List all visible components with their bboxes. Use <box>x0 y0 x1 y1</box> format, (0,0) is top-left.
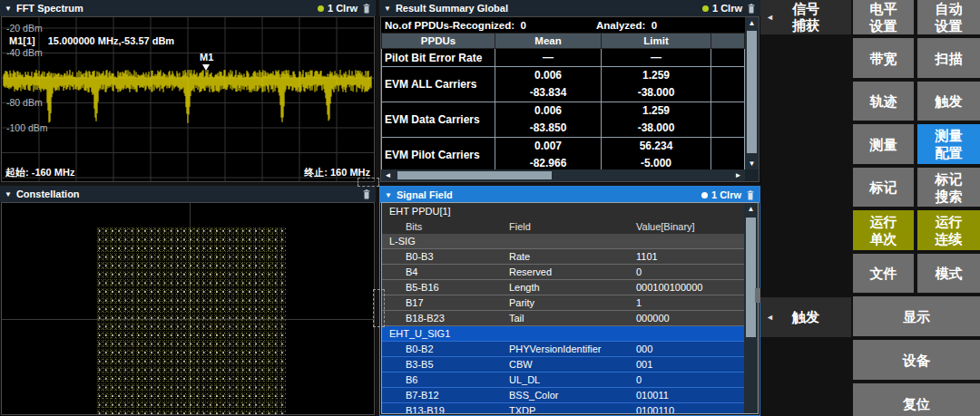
signal-field-column-header: Bits Field Value[Binary] <box>382 218 744 234</box>
signal-field-header[interactable]: ▼ Signal Field 1 Clrw <box>380 187 760 203</box>
bits-cell: B13-B19 <box>382 405 509 413</box>
result-row: EVM Data Carriers0.006-83.8501.259-38.00… <box>382 102 745 138</box>
bits-cell: B0-B3 <box>382 251 509 262</box>
signal-field-row[interactable]: B7-B12BSS_Color010011 <box>382 388 744 403</box>
scroll-right-icon[interactable]: ► <box>731 169 745 181</box>
softkey-button[interactable]: 轨迹 <box>853 82 914 121</box>
col-mean: Mean <box>495 34 602 49</box>
signal-field-row[interactable]: B18-B23Tail000000 <box>382 311 744 326</box>
value-cell: 000100100000 <box>636 282 744 293</box>
result-pad-cell <box>711 49 745 67</box>
signal-field-row[interactable]: B5-B16Length000100100000 <box>382 280 744 295</box>
softkey-button[interactable]: 扫描 <box>917 38 980 78</box>
signal-field-row[interactable]: B3-B5CBW001 <box>382 357 744 372</box>
col-limit: Limit <box>602 34 711 49</box>
trace-indicator[interactable]: 1 Clrw <box>318 3 358 14</box>
result-value-cell: 0.006-83.850 <box>495 102 602 138</box>
col-ppdus: PPDUs <box>382 34 495 49</box>
trace-indicator[interactable]: 1 Clrw <box>701 189 741 200</box>
signal-section-row[interactable]: EHT_U_SIG1 <box>382 326 744 342</box>
result-row: Pilot Bit Error Rate—— <box>382 49 745 67</box>
softkey-button[interactable]: 显示 <box>853 296 980 336</box>
collapse-caret-icon[interactable]: ▼ <box>5 190 12 198</box>
result-value-cell: 1.259-38.000 <box>602 102 711 138</box>
trash-icon[interactable] <box>362 189 371 200</box>
softkey-button[interactable]: 带宽 <box>853 38 914 78</box>
softkey-button[interactable]: 标记 搜索 <box>917 168 980 207</box>
trace-dot-icon <box>702 5 709 12</box>
result-value-cell: 0.007-82.966 <box>495 138 602 173</box>
vertical-scrollbar[interactable]: ▲ ▼ <box>745 17 759 169</box>
signal-field-row[interactable]: B17Parity1 <box>382 295 744 311</box>
signal-field-row[interactable]: B6UL_DL0 <box>382 372 744 388</box>
fft-panel-header[interactable]: ▼ FFT Spectrum 1 Clrw <box>0 0 376 16</box>
signal-field-row[interactable]: B0-B3Rate1101 <box>382 249 744 265</box>
collapse-caret-icon[interactable]: ▼ <box>385 191 392 199</box>
softkey-button[interactable]: 运行 单次 <box>853 210 914 250</box>
window-splitter-handle[interactable] <box>373 289 385 327</box>
softkey-button[interactable]: 电平 设置 <box>853 0 914 34</box>
field-cell: UL_DL <box>509 374 636 385</box>
softkey-button[interactable]: 设备 <box>853 340 980 380</box>
scroll-left-icon[interactable]: ◄ <box>381 169 395 181</box>
y-axis-tick: -80 dBm <box>6 97 43 108</box>
marker-trace-label: M1[1] <box>9 35 35 46</box>
result-row: EVM ALL Carriers0.006-83.8341.259-38.000 <box>382 67 745 102</box>
softkey-button[interactable]: 测量 配置 <box>917 124 980 164</box>
softkey-button[interactable]: 模式 <box>917 254 980 293</box>
bits-cell: B18-B23 <box>382 313 509 324</box>
menu-group-label: 触发 <box>792 309 819 325</box>
scroll-up-icon[interactable]: ▲ <box>744 203 758 215</box>
value-cell: 000000 <box>636 313 744 324</box>
trace-label: 1 Clrw <box>711 189 741 200</box>
bits-cell: B17 <box>382 297 509 308</box>
window-splitter-handle[interactable] <box>358 178 379 187</box>
bits-cell: B7-B12 <box>382 390 509 401</box>
trace-indicator[interactable]: 1 Clrw <box>702 3 742 14</box>
result-summary-header[interactable]: ▼ Result Summary Global 1 Clrw <box>379 0 760 16</box>
signal-field-row[interactable]: B4Reserved0 <box>382 265 744 280</box>
softkey-menu: ◄ 信号 捕获 ◄ 触发 电平 设置自动 设置带宽扫描轨迹触发测量测量 配置标记… <box>760 0 980 416</box>
softkey-button[interactable]: 测量 <box>853 124 914 164</box>
result-summary-table: PPDUs Mean Limit Pilot Bit Error Rate——E… <box>381 33 745 173</box>
signal-section-row[interactable]: L-SIG <box>382 234 744 249</box>
col-extra <box>711 34 745 49</box>
value-cell: 001 <box>636 359 744 370</box>
scroll-up-icon[interactable]: ▲ <box>745 17 759 29</box>
result-value-cell: — <box>602 49 711 67</box>
constellation-panel-header[interactable]: ▼ Constellation <box>0 186 376 202</box>
signal-field-row[interactable]: B0-B2PHYVersionIdentifier000 <box>382 342 744 357</box>
trash-icon[interactable] <box>746 189 755 201</box>
result-value-cell: 56.234-5.000 <box>602 138 711 173</box>
softkey-button[interactable]: 文件 <box>853 254 914 293</box>
value-cell: 0100110 <box>636 405 744 413</box>
softkey-button[interactable]: 自动 设置 <box>917 0 980 34</box>
trash-icon[interactable] <box>747 3 756 15</box>
analyzed-label: Analyzed: <box>596 20 645 31</box>
value-cell: 1101 <box>636 251 744 262</box>
collapse-caret-icon[interactable]: ▼ <box>5 5 12 13</box>
softkey-button[interactable]: 标记 <box>853 168 914 207</box>
result-pad-cell <box>711 67 745 102</box>
scrollbar-thumb[interactable] <box>746 218 756 337</box>
signal-field-row[interactable]: B13-B19TXDP0100110 <box>382 403 744 413</box>
bits-cell: B3-B5 <box>382 359 509 370</box>
collapse-caret-icon[interactable]: ▼ <box>384 5 391 13</box>
marker-m1-icon[interactable] <box>202 64 210 71</box>
softkey-button[interactable]: 运行 连续 <box>917 210 980 250</box>
vertical-scrollbar[interactable]: ▲ <box>744 203 758 413</box>
result-summary-body: No.of PPDUs-Recognized: 0 Analyzed: 0 PP… <box>380 16 760 182</box>
horizontal-scrollbar[interactable]: ◄ ► <box>381 169 745 181</box>
scroll-down-icon[interactable]: ▼ <box>745 158 759 169</box>
softkey-button[interactable]: 触发 <box>917 82 980 121</box>
softkey-button[interactable]: 复位 <box>853 383 980 416</box>
value-cell: 1 <box>636 297 744 308</box>
trash-icon[interactable] <box>362 3 371 15</box>
scrollbar-thumb[interactable] <box>747 31 757 153</box>
bits-cell: B5-B16 <box>382 282 509 293</box>
menu-group-signal-capture[interactable]: ◄ 信号 捕获 <box>760 0 851 34</box>
scrollbar-thumb[interactable] <box>397 171 552 179</box>
result-pad-cell <box>711 102 745 138</box>
menu-group-trigger[interactable]: ◄ 触发 <box>760 297 851 337</box>
constellation-points <box>96 227 286 414</box>
